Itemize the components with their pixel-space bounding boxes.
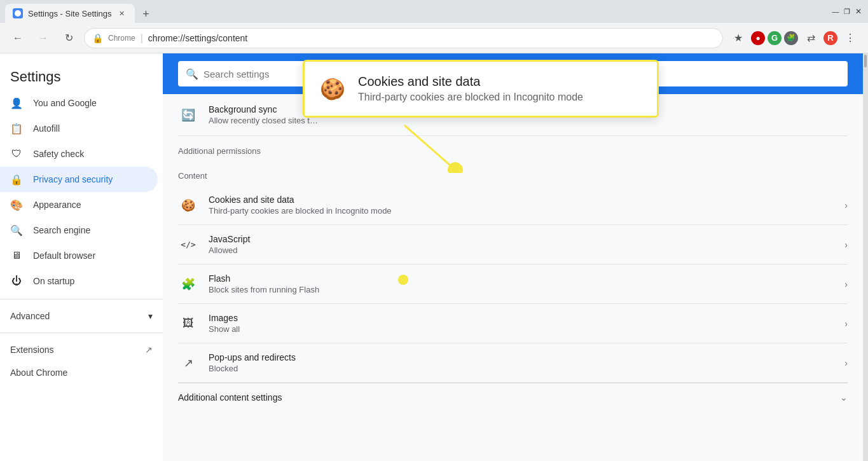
additional-settings-chevron-icon: ⌄ <box>840 392 848 403</box>
additional-content-settings-row[interactable]: Additional content settings ⌄ <box>178 383 848 411</box>
javascript-chevron-icon: › <box>844 240 848 250</box>
flash-icon: 🧩 <box>178 274 198 294</box>
bookmark-button[interactable]: ★ <box>728 28 748 48</box>
title-bar: Settings - Site Settings ✕ + — ❐ ✕ <box>0 0 868 23</box>
images-chevron-icon: › <box>844 319 848 329</box>
flash-chevron-icon: › <box>844 279 848 289</box>
close-button[interactable]: ✕ <box>854 7 863 16</box>
tooltip-popup: 🍪 Cookies and site data Third-party cook… <box>303 60 659 118</box>
startup-icon: ⏻ <box>10 275 23 287</box>
sidebar-divider <box>0 299 163 299</box>
appearance-icon: 🎨 <box>10 198 23 211</box>
sidebar-item-search-engine[interactable]: 🔍 Search engine <box>0 217 158 243</box>
sync-icon: 🔄 <box>178 105 198 125</box>
main-content: Settings 👤 You and Google 📋 Autofill 🛡 S… <box>0 53 868 461</box>
external-link-icon: ↗ <box>145 345 153 355</box>
flash-row[interactable]: 🧩 Flash Block sites from running Flash › <box>178 265 848 304</box>
javascript-row[interactable]: </> JavaScript Allowed › <box>178 225 848 265</box>
url-separator: | <box>141 32 143 44</box>
sidebar: Settings 👤 You and Google 📋 Autofill 🛡 S… <box>0 53 163 461</box>
images-text: Images Show all <box>209 313 834 334</box>
google-account-icon[interactable]: G <box>768 31 782 45</box>
lock-icon: 🔒 <box>92 33 103 43</box>
tooltip-subtitle: Third-party cookies are blocked in Incog… <box>358 92 583 103</box>
autofill-icon: 📋 <box>10 122 23 135</box>
sidebar-item-safety-check[interactable]: 🛡 Safety check <box>0 141 158 167</box>
images-title: Images <box>209 313 834 323</box>
javascript-text: JavaScript Allowed <box>209 234 834 255</box>
sidebar-label-on-startup: On startup <box>33 276 74 286</box>
search-icon: 🔍 <box>186 68 198 80</box>
content-area: 🔍 🔄 Background sync Allow recently close… <box>163 53 863 461</box>
flash-subtitle: Block sites from running Flash <box>209 285 834 294</box>
svg-line-2 <box>404 125 455 170</box>
images-subtitle: Show all <box>209 324 834 334</box>
flash-title: Flash <box>209 273 834 284</box>
javascript-title: JavaScript <box>209 234 834 244</box>
sidebar-label-safety-check: Safety check <box>33 149 84 159</box>
sidebar-item-privacy-security[interactable]: 🔒 Privacy and security <box>0 167 158 192</box>
tab-title: Settings - Site Settings <box>28 9 112 18</box>
opera-ext-icon[interactable]: ● <box>751 31 765 45</box>
maximize-button[interactable]: ❐ <box>843 7 851 16</box>
tooltip-title: Cookies and site data <box>358 74 583 89</box>
popups-icon: ↗ <box>178 353 198 373</box>
puzzle-ext-icon[interactable]: 🧩 <box>784 31 798 45</box>
cookies-text: Cookies and site data Third-party cookie… <box>209 195 834 216</box>
tab-close-button[interactable]: ✕ <box>117 8 127 18</box>
active-tab[interactable]: Settings - Site Settings ✕ <box>5 4 135 23</box>
sidebar-item-about-chrome[interactable]: About Chrome <box>0 361 163 384</box>
sidebar-item-on-startup[interactable]: ⏻ On startup <box>0 268 158 294</box>
tooltip-arrow-svg <box>404 122 532 173</box>
tab-bar: Settings - Site Settings ✕ + <box>5 0 831 23</box>
lock-nav-icon: 🔒 <box>10 173 23 186</box>
sidebar-item-autofill[interactable]: 📋 Autofill <box>0 116 158 141</box>
forward-button[interactable]: → <box>33 28 53 48</box>
nav-right-buttons: ★ ● G 🧩 ⇄ R ⋮ <box>728 28 860 48</box>
additional-settings-label: Additional content settings <box>178 392 840 403</box>
sidebar-item-extensions[interactable]: Extensions ↗ <box>0 338 163 361</box>
chevron-down-icon: ▾ <box>148 311 153 321</box>
person-icon: 👤 <box>10 97 23 109</box>
sidebar-divider-2 <box>0 333 163 333</box>
sidebar-label-search-engine: Search engine <box>33 225 90 235</box>
scrollbar[interactable] <box>863 53 868 461</box>
popups-row[interactable]: ↗ Pop-ups and redirects Blocked › <box>178 343 848 383</box>
popups-chevron-icon: › <box>844 358 848 368</box>
images-row[interactable]: 🖼 Images Show all › <box>178 304 848 343</box>
sidebar-label-you-and-google: You and Google <box>33 98 97 108</box>
browser-icon: 🖥 <box>10 249 23 262</box>
cookies-row[interactable]: 🍪 Cookies and site data Third-party cook… <box>178 186 848 225</box>
images-icon: 🖼 <box>178 313 198 334</box>
sidebar-item-default-browser[interactable]: 🖥 Default browser <box>0 243 158 268</box>
window-controls: — ❐ ✕ <box>831 7 863 16</box>
javascript-icon: </> <box>178 235 198 255</box>
popups-title: Pop-ups and redirects <box>209 352 834 362</box>
sidebar-label-privacy-security: Privacy and security <box>33 174 113 184</box>
back-button[interactable]: ← <box>8 28 28 48</box>
navigation-bar: ← → ↻ 🔒 Chrome | chrome://settings/conte… <box>0 23 868 53</box>
javascript-subtitle: Allowed <box>209 245 834 255</box>
about-chrome-label: About Chrome <box>10 368 67 378</box>
sidebar-item-appearance[interactable]: 🎨 Appearance <box>0 192 158 217</box>
sidebar-label-default-browser: Default browser <box>33 251 95 261</box>
new-tab-button[interactable]: + <box>137 5 155 23</box>
profile-icon[interactable]: R <box>823 31 837 45</box>
cookies-chevron-icon: › <box>844 200 848 210</box>
minimize-button[interactable]: — <box>831 7 840 16</box>
cookies-title: Cookies and site data <box>209 195 834 205</box>
cast-button[interactable]: ⇄ <box>801 28 821 48</box>
chrome-label: Chrome <box>108 34 135 43</box>
tab-favicon <box>13 8 23 18</box>
search-engine-icon: 🔍 <box>10 224 23 237</box>
sidebar-item-you-and-google[interactable]: 👤 You and Google <box>0 90 158 116</box>
reload-button[interactable]: ↻ <box>59 28 79 48</box>
sidebar-label-appearance: Appearance <box>33 200 81 210</box>
url-display: chrome://settings/content <box>148 33 247 43</box>
sidebar-item-advanced[interactable]: Advanced ▾ <box>0 305 163 327</box>
popups-subtitle: Blocked <box>209 364 834 373</box>
address-bar[interactable]: 🔒 Chrome | chrome://settings/content <box>84 28 723 48</box>
menu-button[interactable]: ⋮ <box>840 28 860 48</box>
sidebar-label-autofill: Autofill <box>33 123 60 134</box>
cookies-subtitle: Third-party cookies are blocked in Incog… <box>209 206 834 216</box>
